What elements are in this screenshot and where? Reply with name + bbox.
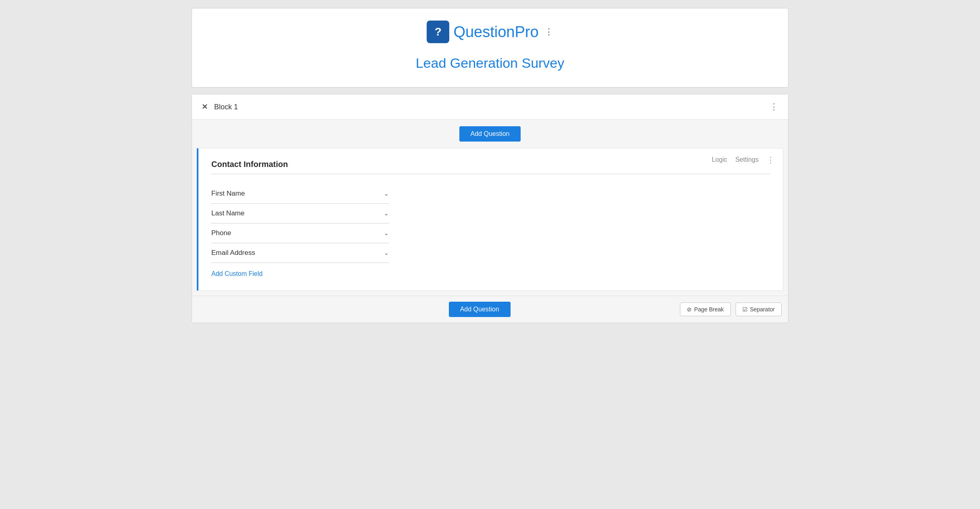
chevron-down-icon-first-name[interactable]: ⌄ <box>384 190 389 197</box>
question-card: Logic Settings ⋮ Contact Information Fir… <box>197 148 783 291</box>
chevron-down-icon-email[interactable]: ⌄ <box>384 250 389 256</box>
separator-label: Separator <box>750 306 775 313</box>
field-label-first-name: First Name <box>211 190 245 198</box>
form-fields-list: First Name ⌄ Last Name ⌄ Phone ⌄ Email A… <box>211 184 770 263</box>
field-email-address[interactable]: Email Address ⌄ <box>211 243 389 263</box>
logo-text-plain: Question <box>453 23 515 40</box>
contact-info-title: Contact Information <box>211 160 770 169</box>
field-phone[interactable]: Phone ⌄ <box>211 223 389 243</box>
field-label-last-name: Last Name <box>211 209 244 217</box>
logic-link[interactable]: Logic <box>712 156 727 163</box>
field-label-phone: Phone <box>211 229 231 237</box>
chevron-down-icon-phone[interactable]: ⌄ <box>384 230 389 236</box>
page-break-label: Page Break <box>694 306 724 313</box>
bottom-bar: Add Question ⊘ Page Break ☑ Separator <box>192 296 788 323</box>
question-card-actions: Logic Settings ⋮ <box>712 155 775 165</box>
add-custom-field-link[interactable]: Add Custom Field <box>211 270 263 277</box>
separator-button[interactable]: ☑ Separator <box>736 302 782 316</box>
survey-title: Lead Generation Survey <box>208 55 772 71</box>
separator-icon: ☑ <box>742 306 748 313</box>
block-title: Block 1 <box>214 103 238 111</box>
bottom-bar-right: ⊘ Page Break ☑ Separator <box>680 302 782 316</box>
add-question-bar-top: Add Question <box>192 120 788 148</box>
logo-text-colored: Pro <box>515 23 538 40</box>
logo-menu-dots[interactable]: ⋮ <box>544 27 553 37</box>
header-card: ? QuestionPro ⋮ Lead Generation Survey <box>192 8 788 88</box>
page-break-icon: ⊘ <box>687 306 692 313</box>
logo-text: QuestionPro <box>453 23 538 41</box>
section-divider <box>211 174 770 174</box>
settings-link[interactable]: Settings <box>735 156 759 163</box>
add-question-button-top[interactable]: Add Question <box>459 126 521 142</box>
add-question-button-bottom[interactable]: Add Question <box>449 302 511 317</box>
logo-area: ? QuestionPro ⋮ <box>208 21 772 43</box>
bottom-bar-center: Add Question <box>279 302 680 317</box>
block-header: ✕ Block 1 ⋮ <box>192 94 788 120</box>
page-break-button[interactable]: ⊘ Page Break <box>680 302 730 316</box>
chevron-down-icon-last-name[interactable]: ⌄ <box>384 210 389 217</box>
block-menu-dots[interactable]: ⋮ <box>769 102 778 112</box>
logo-icon: ? <box>427 21 449 43</box>
block-header-left: ✕ Block 1 <box>202 102 238 111</box>
question-card-menu-dots[interactable]: ⋮ <box>767 155 775 165</box>
field-label-email-address: Email Address <box>211 249 255 257</box>
block-container: ✕ Block 1 ⋮ Add Question Logic Settings … <box>192 94 788 323</box>
collapse-icon[interactable]: ✕ <box>202 102 208 111</box>
field-last-name[interactable]: Last Name ⌄ <box>211 204 389 223</box>
field-first-name[interactable]: First Name ⌄ <box>211 184 389 204</box>
